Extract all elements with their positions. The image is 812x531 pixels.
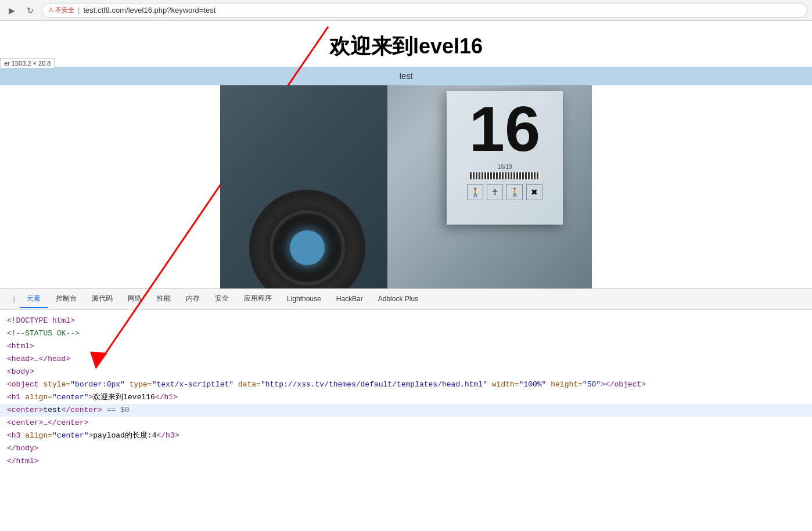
reload-button[interactable]: ↻ <box>23 3 37 17</box>
dimension-tooltip: er 1503.2 × 20.8 <box>0 58 55 68</box>
forward-button[interactable]: ▶ <box>5 3 19 17</box>
code-line-1: <!DOCTYPE html> <box>0 315 812 327</box>
tab-application[interactable]: 应用程序 <box>237 290 279 308</box>
tab-adblock[interactable]: Adblock Plus <box>371 291 425 308</box>
game-image-container: 16 16/19 🚶 ☥ 🚶 ✖ <box>0 85 812 288</box>
address-bar[interactable]: ⚠ 不安全 | test.ctf8.com/level16.php?keywor… <box>42 3 807 18</box>
sign-icon-3: 🚶 <box>506 184 523 200</box>
tab-elements[interactable]: 元素 <box>20 290 48 308</box>
page-title: 欢迎来到level16 <box>0 21 812 67</box>
code-line-6: <object style="border:0px" type="text/x-… <box>0 378 812 391</box>
sign-subtext: 16/19 <box>497 164 512 170</box>
code-line-2: <!--STATUS OK--> <box>0 327 812 340</box>
sign-icons: 🚶 ☥ 🚶 ✖ <box>467 184 542 200</box>
code-line-8: <center>test</center> == $0 <box>0 404 812 417</box>
tab-hackbar[interactable]: HackBar <box>329 291 370 308</box>
code-line-5: <body> <box>0 366 812 378</box>
portal-inner <box>290 230 325 265</box>
code-line-9: <center>…</center> <box>0 417 812 429</box>
devtools-icon-inspect[interactable]: ⎹ <box>2 291 19 308</box>
tab-memory[interactable]: 内存 <box>179 290 207 308</box>
sign-number: 16 <box>469 97 540 161</box>
code-line-12: </html> <box>0 455 812 468</box>
scene-background: 16 16/19 🚶 ☥ 🚶 ✖ <box>220 85 592 288</box>
devtools-tabs: ⎹ 元素 控制台 源代码 网络 性能 内存 安全 应用程序 Lighthouse… <box>0 289 812 310</box>
browser-toolbar: ▶ ↻ ⚠ 不安全 | test.ctf8.com/level16.php?ke… <box>0 0 812 21</box>
tab-console[interactable]: 控制台 <box>49 290 84 308</box>
banner: test <box>0 67 812 85</box>
code-line-11: </body> <box>0 442 812 455</box>
game-image: 16 16/19 🚶 ☥ 🚶 ✖ <box>220 85 592 288</box>
sign-icon-2: ☥ <box>487 184 503 200</box>
code-line-3: <html> <box>0 340 812 353</box>
sign-icon-4: ✖ <box>526 184 542 200</box>
url-text: test.ctf8.com/level16.php?keyword=test <box>83 6 215 15</box>
tab-network[interactable]: 网络 <box>121 290 149 308</box>
code-line-10: <h3 align="center">payload的长度:4</h3> <box>0 429 812 442</box>
code-line-7: <h1 align="center">欢迎来到level16</h1> <box>0 391 812 404</box>
page-wrapper: 欢迎来到level16 test 16 16/19 🚶 ☥ 🚶 <box>0 21 812 509</box>
sign-16: 16 16/19 🚶 ☥ 🚶 ✖ <box>447 91 563 225</box>
sign-icon-1: 🚶 <box>467 184 483 200</box>
tab-lighthouse[interactable]: Lighthouse <box>280 291 328 308</box>
source-panel: <!DOCTYPE html> <!--STATUS OK--> <html> … <box>0 310 812 510</box>
tab-security[interactable]: 安全 <box>208 290 236 308</box>
code-line-4: <head>…</head> <box>0 353 812 366</box>
insecure-badge: ⚠ 不安全 <box>48 6 74 15</box>
sign-barcode <box>470 172 540 179</box>
insecure-label: 不安全 <box>55 6 74 15</box>
tab-performance[interactable]: 性能 <box>150 290 178 308</box>
url-separator: | <box>78 6 80 15</box>
tab-sources[interactable]: 源代码 <box>85 290 120 308</box>
devtools-panel: ⎹ 元素 控制台 源代码 网络 性能 内存 安全 应用程序 Lighthouse… <box>0 288 812 509</box>
